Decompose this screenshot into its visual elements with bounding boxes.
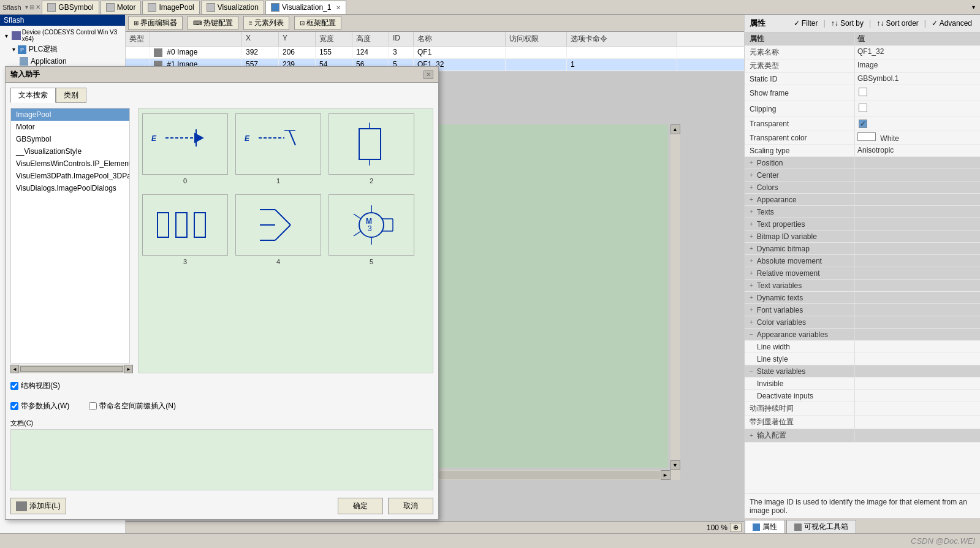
toolbar-elements-btn[interactable]: ≡ 元素列表 bbox=[243, 16, 289, 30]
scroll-up-arrow[interactable]: ▲ bbox=[670, 124, 680, 134]
device-icon bbox=[12, 31, 21, 40]
tab-gbsymbol[interactable]: GBSymbol bbox=[42, 1, 99, 14]
prop-section-appearance[interactable]: + Appearance bbox=[745, 194, 980, 206]
show-frame-checkbox[interactable] bbox=[859, 88, 867, 96]
tab-visualization-1[interactable]: Visualization_1 ✕ bbox=[265, 1, 347, 14]
transparent-checkbox[interactable]: ✓ bbox=[859, 120, 867, 128]
toolbar-hotkey-btn[interactable]: ⌨ 热键配置 bbox=[188, 16, 238, 30]
hotkey-icon: ⌨ bbox=[193, 20, 202, 26]
prop-section-dynamic-texts[interactable]: + Dynamic texts bbox=[745, 292, 980, 304]
lib-scroll-thumb[interactable] bbox=[20, 366, 123, 372]
search-tab-text[interactable]: 文本搜索 bbox=[10, 88, 56, 103]
prop-section-font-vars[interactable]: + Font variables bbox=[745, 304, 980, 316]
section-texts-val bbox=[855, 206, 980, 218]
sort-order-btn[interactable]: ↑↓ Sort order bbox=[873, 17, 922, 29]
toolbar-frame-btn[interactable]: ⊡ 框架配置 bbox=[294, 16, 341, 30]
device-item[interactable]: ▾ Device (CODESYS Control Win V3 x64) bbox=[0, 28, 125, 43]
prop-section-appearance-vars[interactable]: − Appearance variables bbox=[745, 329, 980, 341]
search-tab-text-label: 文本搜索 bbox=[18, 91, 48, 99]
canvas-scroll-v[interactable]: ▲ ▼ bbox=[670, 124, 680, 470]
app-item[interactable]: Application bbox=[0, 56, 125, 67]
image-cell-5[interactable]: M 3 bbox=[325, 189, 418, 270]
tab-motor[interactable]: Motor bbox=[101, 1, 142, 14]
prop-key-transparent: Transparent bbox=[745, 117, 855, 131]
lib-item-visu3[interactable]: VisuDialogs.ImagePoolDialogs bbox=[11, 182, 129, 194]
section-color-vars-val bbox=[855, 316, 980, 328]
prop-section-position[interactable]: + Position bbox=[745, 157, 980, 169]
prop-section-input-config[interactable]: + 输入配置 bbox=[745, 429, 980, 443]
lib-item-visu1[interactable]: VisuElemsWinControls.IP_ElementIma... bbox=[11, 158, 129, 170]
prop-key-line-width: Line width bbox=[745, 341, 855, 352]
prop-goto-home: 带到显著位置 bbox=[745, 416, 980, 429]
prop-section-texts[interactable]: + Texts bbox=[745, 206, 980, 218]
filter-label: ✓ Filter bbox=[794, 19, 818, 28]
tab-dropdown-arrow[interactable]: ▾ bbox=[970, 4, 978, 10]
lib-item-imagepool[interactable]: ImagePool bbox=[11, 108, 129, 121]
lib-item-visustyle-label: __VisualizationStyle bbox=[16, 147, 82, 156]
prop-key-line-style: Line style bbox=[745, 353, 855, 365]
scroll-right-arrow[interactable]: ► bbox=[661, 470, 670, 480]
prop-section-colors[interactable]: + Colors bbox=[745, 181, 980, 194]
tab-visualization[interactable]: Visualization bbox=[201, 1, 264, 14]
zoom-btn[interactable]: ⊕ bbox=[730, 523, 742, 532]
prop-section-text-vars[interactable]: + Text variables bbox=[745, 280, 980, 292]
tab-close-icon[interactable]: ✕ bbox=[336, 4, 341, 11]
sidebar-tree: ▾ Device (CODESYS Control Win V3 x64) ▾ … bbox=[0, 26, 125, 69]
checkbox-ns[interactable] bbox=[89, 402, 97, 410]
lib-item-gbsymbol[interactable]: GBSymbol bbox=[11, 133, 129, 145]
image-cell-3[interactable]: 3 bbox=[139, 189, 232, 270]
bottom-tab-toolbox[interactable]: 可视化工具箱 bbox=[786, 520, 856, 533]
cancel-btn[interactable]: 取消 bbox=[388, 498, 433, 514]
transparent-color-swatch[interactable] bbox=[857, 132, 876, 141]
close-window-icon[interactable]: ✕ bbox=[36, 4, 40, 10]
table-row[interactable]: #0 Image 392 206 155 124 3 QF1 bbox=[126, 47, 744, 59]
svg-line-5 bbox=[289, 131, 295, 145]
image-cell-4[interactable]: 4 bbox=[232, 189, 325, 270]
row0-name-col: #0 Image bbox=[150, 47, 242, 58]
plc-item[interactable]: ▾ P PLC逻辑 bbox=[0, 43, 125, 56]
checkbox-struct[interactable] bbox=[10, 382, 18, 390]
prop-section-bitmap-id[interactable]: + Bitmap ID variable bbox=[745, 230, 980, 243]
scroll-down-arrow[interactable]: ▼ bbox=[670, 460, 680, 470]
expand-icon: ▾ bbox=[2, 32, 10, 39]
image-cell-1[interactable]: E 1 bbox=[232, 108, 325, 189]
dialog-titlebar[interactable]: 输入助手 ✕ bbox=[6, 67, 438, 83]
filter-btn[interactable]: ✓ Filter bbox=[791, 17, 821, 29]
prop-section-text-props[interactable]: + Text properties bbox=[745, 218, 980, 230]
lib-item-visustyle[interactable]: __VisualizationStyle bbox=[11, 145, 129, 158]
editor-label: 界面编辑器 bbox=[140, 18, 177, 28]
checkbox-param-label[interactable]: 带参数插入(W) bbox=[10, 401, 69, 411]
col-cmd: 选项卡命令 bbox=[567, 32, 677, 46]
toolbar-editor-btn[interactable]: ⊞ 界面编辑器 bbox=[128, 16, 183, 30]
bottom-tab-properties[interactable]: 属性 bbox=[745, 520, 785, 533]
image-cell-0[interactable]: E 0 bbox=[139, 108, 232, 189]
image-cell-2[interactable]: 2 bbox=[325, 108, 418, 189]
add-lib-btn[interactable]: 添加库(L) bbox=[10, 498, 66, 514]
lib-scroll-arrow-left[interactable]: ◄ bbox=[10, 365, 19, 373]
clipping-checkbox[interactable] bbox=[859, 104, 867, 112]
ok-btn[interactable]: 确定 bbox=[338, 498, 383, 514]
lib-item-motor[interactable]: Motor bbox=[11, 121, 129, 133]
checkbox-ns-label[interactable]: 带命名空间前缀插入(N) bbox=[89, 401, 176, 411]
image-label-0: 0 bbox=[183, 177, 187, 185]
advanced-btn[interactable]: ✓ Advanced bbox=[929, 17, 975, 29]
prop-section-abs-movement[interactable]: + Absolute movement bbox=[745, 255, 980, 267]
lib-scroll-h[interactable]: ◄ ► bbox=[10, 365, 133, 373]
checkbox-struct-label[interactable]: 结构视图(S) bbox=[10, 381, 60, 391]
lib-scroll-arrow-right[interactable]: ► bbox=[124, 365, 133, 373]
prop-section-center[interactable]: + Center bbox=[745, 169, 980, 181]
lib-item-visu2[interactable]: VisuElem3DPath.ImagePool_3DPath bbox=[11, 170, 129, 182]
sort-btn[interactable]: ↑↓ Sort by bbox=[828, 17, 867, 29]
search-tab-category[interactable]: 类别 bbox=[56, 88, 86, 103]
checkbox-param[interactable] bbox=[10, 402, 18, 410]
dialog-close-btn[interactable]: ✕ bbox=[424, 70, 433, 79]
prop-section-state-vars[interactable]: − State variables bbox=[745, 365, 980, 378]
section-colors-key: + Colors bbox=[745, 181, 855, 193]
status-message: The image ID is used to identify the ima… bbox=[750, 498, 967, 515]
prop-section-rel-movement[interactable]: + Relative movement bbox=[745, 267, 980, 280]
prop-section-color-vars[interactable]: + Color variables bbox=[745, 316, 980, 329]
svg-line-14 bbox=[275, 210, 291, 225]
prop-deactivate-inputs: Deactivate inputs bbox=[745, 390, 980, 402]
tab-imagepool[interactable]: ImagePool bbox=[142, 1, 199, 14]
prop-section-dynamic-bitmap[interactable]: + Dynamic bitmap bbox=[745, 243, 980, 255]
